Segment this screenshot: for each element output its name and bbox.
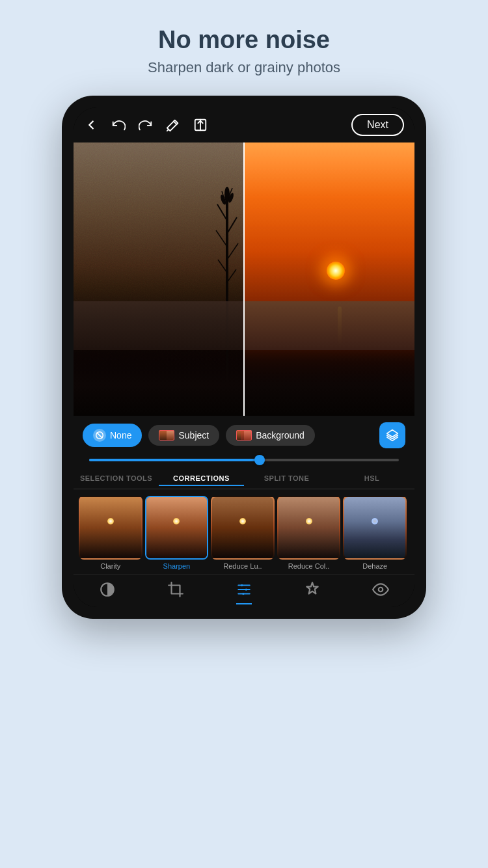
tool-reduce-col-label: Reduce Col..: [288, 562, 330, 570]
tab-selection-tools[interactable]: SELECTION TOOLS: [74, 472, 159, 486]
editor-toolbar: Next: [74, 107, 414, 142]
tool-sun-4: [306, 518, 312, 524]
tool-sharpen-label: Sharpen: [163, 562, 191, 570]
nav-preview-button[interactable]: [372, 581, 389, 598]
slider-thumb[interactable]: [254, 455, 265, 465]
photo-canvas: [74, 142, 414, 416]
page-subtitle: Sharpen dark or grainy photos: [148, 59, 340, 76]
tools-tabs: SELECTION TOOLS CORRECTIONS SPLIT TONE H…: [74, 467, 414, 489]
tool-sun: [107, 518, 114, 524]
selection-subject-pill[interactable]: Subject: [148, 425, 219, 446]
phone-screen: Next: [74, 107, 414, 607]
sun-element: [327, 262, 345, 280]
selection-bar: None Subject Background: [74, 416, 414, 455]
magic-button[interactable]: [166, 118, 180, 132]
svg-line-17: [97, 433, 103, 439]
tool-sharpen[interactable]: Sharpen: [145, 496, 209, 570]
adjustment-slider-area: [74, 455, 414, 467]
nav-tone-button[interactable]: [99, 581, 116, 598]
split-divider: [243, 142, 245, 416]
selection-none-pill[interactable]: None: [83, 424, 142, 447]
tool-sun-5: [372, 518, 378, 524]
tab-corrections[interactable]: CORRECTIONS: [159, 472, 244, 486]
tool-clarity[interactable]: Clarity: [79, 496, 142, 570]
tool-dehaze[interactable]: Dehaze: [343, 496, 407, 570]
tool-dehaze-thumb: [343, 496, 407, 560]
tool-reduce-color[interactable]: Reduce Col..: [277, 496, 341, 570]
slider-fill: [89, 459, 260, 461]
tool-sun-2: [173, 518, 180, 524]
svg-line-0: [167, 129, 169, 131]
svg-line-7: [216, 230, 227, 247]
background-icon: [236, 430, 252, 441]
page-title: No more noise: [158, 26, 330, 54]
svg-point-30: [378, 587, 383, 591]
svg-line-6: [227, 217, 237, 234]
bottom-navigation: [74, 574, 414, 607]
redo-button[interactable]: [139, 118, 153, 132]
back-button[interactable]: [84, 118, 98, 132]
tool-clarity-label: Clarity: [100, 562, 120, 570]
none-icon: [93, 429, 106, 442]
svg-line-10: [227, 269, 236, 282]
svg-rect-20: [172, 585, 180, 593]
tool-dehaze-label: Dehaze: [362, 562, 387, 570]
subject-icon: [159, 430, 174, 441]
undo-button[interactable]: [111, 118, 126, 132]
water-left: [74, 301, 244, 351]
tool-reduce-lum-label: Reduce Lu..: [223, 562, 262, 570]
next-button[interactable]: Next: [351, 114, 404, 136]
corrections-tools: Clarity Sharpen Reduce Lu..: [74, 489, 414, 574]
svg-line-9: [218, 260, 227, 273]
svg-line-8: [227, 243, 238, 260]
tool-reduce-lum-thumb: [211, 496, 275, 560]
background-label: Background: [256, 430, 305, 441]
tool-sharpen-thumb: [145, 496, 209, 560]
phone-mockup: Next: [62, 96, 426, 619]
nav-adjustments-button[interactable]: [236, 581, 252, 598]
svg-line-5: [217, 204, 227, 221]
nav-healing-button[interactable]: [304, 581, 321, 598]
tool-reduce-luminance[interactable]: Reduce Lu..: [211, 496, 275, 570]
tab-split-tone[interactable]: SPLIT TONE: [244, 472, 329, 486]
tool-clarity-thumb: [79, 496, 142, 560]
water-right: [244, 301, 414, 351]
slider-track[interactable]: [89, 459, 399, 461]
nav-crop-button[interactable]: [167, 581, 184, 598]
svg-point-26: [245, 588, 247, 590]
tool-reduce-col-thumb: [277, 496, 341, 560]
subject-label: Subject: [178, 430, 209, 441]
svg-point-29: [242, 592, 244, 594]
toolbar-left-controls: [84, 118, 338, 132]
svg-point-23: [241, 584, 243, 586]
compare-button[interactable]: [193, 118, 208, 132]
none-label: None: [110, 430, 131, 441]
layers-button[interactable]: [379, 422, 405, 448]
selection-background-pill[interactable]: Background: [226, 425, 315, 446]
tool-sun-3: [239, 518, 246, 524]
tab-hsl[interactable]: HSL: [329, 472, 414, 486]
